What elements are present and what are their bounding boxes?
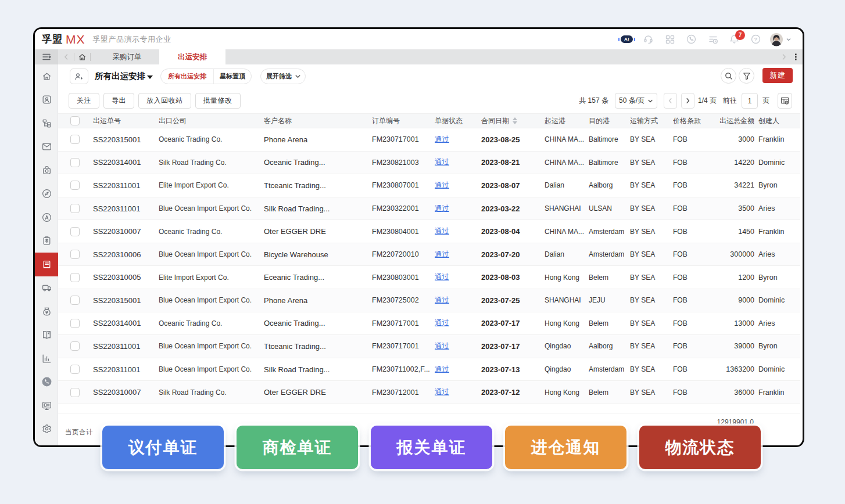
table-row[interactable]: SS220315001Oceanic Trading Co.Phone Aren…	[58, 128, 800, 152]
bell-icon[interactable]: 7	[724, 29, 745, 49]
tab-forward-icon[interactable]	[780, 53, 787, 60]
column-header-pod[interactable]: 目的港	[589, 116, 630, 126]
status-link[interactable]: 通过	[435, 250, 449, 258]
status-link[interactable]: 通过	[435, 158, 449, 166]
column-header-pol[interactable]: 起运港	[545, 116, 589, 126]
cell-checkbox[interactable]	[58, 319, 93, 328]
column-header-amount[interactable]: 出运总金额	[716, 116, 754, 126]
user-avatar[interactable]	[767, 29, 794, 49]
row-checkbox[interactable]	[70, 135, 80, 144]
tab-shipping-arrangement[interactable]: 出运安排	[159, 49, 225, 64]
cell-status[interactable]: 通过	[435, 341, 481, 351]
prev-page-button[interactable]	[664, 93, 677, 109]
export-button[interactable]: 导出	[103, 93, 134, 109]
cell-checkbox[interactable]	[58, 273, 93, 282]
bulk-edit-button[interactable]: 批量修改	[195, 93, 241, 109]
segment-starred[interactable]: 星标置顶	[213, 69, 251, 84]
cell-status[interactable]: 通过	[435, 250, 481, 260]
table-row[interactable]: SS220311001Blue Ocean Import Export Co.S…	[58, 197, 800, 221]
sidebar-item-finance-clipboard[interactable]	[35, 229, 58, 253]
filter-funnel-icon[interactable]	[739, 68, 754, 84]
row-checkbox[interactable]	[70, 273, 80, 282]
flow-button-3[interactable]: 报关单证	[371, 426, 492, 469]
row-checkbox[interactable]	[70, 250, 80, 259]
cell-status[interactable]: 通过	[435, 226, 481, 236]
next-page-button[interactable]	[681, 93, 694, 109]
cell-status[interactable]: 通过	[435, 157, 481, 167]
row-checkbox[interactable]	[70, 365, 80, 374]
table-row[interactable]: SS220311001Blue Ocean Import Export Co.S…	[58, 358, 800, 381]
expand-filter-button[interactable]: 展开筛选	[260, 69, 306, 84]
table-row[interactable]: SS220314001Oceanic Trading Co.Oceanic Tr…	[58, 312, 800, 336]
cell-status[interactable]: 通过	[435, 296, 481, 305]
column-header-customer[interactable]: 客户名称	[264, 116, 372, 126]
row-checkbox[interactable]	[70, 388, 80, 397]
row-checkbox[interactable]	[70, 296, 80, 305]
sidebar-item-mail[interactable]	[35, 135, 58, 159]
cell-checkbox[interactable]	[58, 388, 93, 397]
flow-button-5[interactable]: 物流状态	[639, 426, 761, 469]
cell-status[interactable]: 通过	[435, 365, 481, 375]
sidebar-item-gear[interactable]	[35, 417, 58, 441]
sidebar-item-monitor[interactable]	[35, 394, 58, 417]
table-row[interactable]: SS220311001Elite Import Export Co.Ttcean…	[58, 174, 800, 197]
search-icon[interactable]	[721, 68, 736, 84]
cell-checkbox[interactable]	[58, 365, 93, 374]
table-row[interactable]: SS220310005Elite Import Export Co.Eceani…	[58, 266, 800, 289]
sidebar-item-shipping-doc[interactable]	[35, 253, 58, 276]
status-link[interactable]: 通过	[435, 319, 449, 327]
headset-icon[interactable]	[638, 29, 659, 49]
column-header-terms[interactable]: 价格条款	[673, 116, 716, 126]
status-link[interactable]: 通过	[435, 342, 449, 350]
page-size-select[interactable]: 50 条/页	[615, 93, 657, 109]
status-link[interactable]: 通过	[435, 365, 449, 373]
checkbox[interactable]	[70, 116, 80, 125]
column-header-creator[interactable]: 创建人	[754, 116, 800, 126]
status-link[interactable]: 通过	[435, 135, 449, 143]
cell-checkbox[interactable]	[58, 204, 93, 213]
sidebar-item-ledger-book[interactable]	[35, 323, 58, 347]
sidebar-item-money-bag[interactable]	[35, 300, 58, 323]
table-row[interactable]: SS220310006Blue Ocean Import Export Co.B…	[58, 243, 800, 267]
cell-checkbox[interactable]	[58, 135, 93, 144]
sidebar-collapse-icon[interactable]	[35, 49, 58, 64]
table-row[interactable]: SS220314001Silk Road Trading Co.Oceanic …	[58, 152, 800, 175]
sidebar-item-whatsapp-filled[interactable]	[35, 370, 58, 394]
select-all-checkbox[interactable]	[58, 116, 93, 125]
recycle-bin-button[interactable]: 放入回收站	[138, 93, 191, 109]
sidebar-item-compass[interactable]	[35, 182, 58, 206]
status-link[interactable]: 通过	[435, 388, 449, 396]
ai-assistant-icon[interactable]: AI	[616, 29, 638, 49]
cell-checkbox[interactable]	[58, 227, 93, 236]
view-title-dropdown[interactable]: 所有出运安排	[95, 64, 153, 88]
column-header-orderno[interactable]: 订单编号	[372, 116, 435, 126]
sidebar-item-home[interactable]	[35, 64, 58, 88]
cell-status[interactable]: 通过	[435, 204, 481, 214]
sidebar-item-truck[interactable]	[35, 276, 58, 300]
sidebar-item-marketing-a[interactable]	[35, 206, 58, 229]
flow-button-2[interactable]: 商检单证	[237, 426, 358, 469]
task-history-icon[interactable]	[702, 29, 724, 49]
sidebar-item-org-tree[interactable]	[35, 111, 58, 135]
cell-status[interactable]: 通过	[435, 318, 481, 328]
row-checkbox[interactable]	[70, 204, 80, 213]
row-checkbox[interactable]	[70, 181, 80, 190]
cell-checkbox[interactable]	[58, 250, 93, 259]
status-link[interactable]: 通过	[435, 204, 449, 213]
sort-icon[interactable]	[513, 117, 517, 124]
apps-grid-icon[interactable]	[659, 29, 681, 49]
whatsapp-icon[interactable]	[681, 29, 702, 49]
table-row[interactable]: SS220310007Oceanic Trading Co.Oter EGGER…	[58, 220, 800, 243]
view-switch-icon[interactable]	[70, 69, 88, 84]
status-link[interactable]: 通过	[435, 227, 449, 235]
column-header-date[interactable]: 合同日期	[481, 116, 545, 126]
status-link[interactable]: 通过	[435, 296, 449, 304]
column-header-transport[interactable]: 运输方式	[630, 116, 673, 126]
table-row[interactable]: SS220315001Blue Ocean Import Export Co.P…	[58, 289, 800, 312]
tab-home-icon[interactable]	[74, 49, 90, 64]
status-link[interactable]: 通过	[435, 273, 449, 281]
status-link[interactable]: 通过	[435, 181, 449, 189]
sidebar-item-contact-card[interactable]	[35, 88, 58, 112]
cell-checkbox[interactable]	[58, 181, 93, 190]
sidebar-item-bar-chart[interactable]	[35, 347, 58, 370]
